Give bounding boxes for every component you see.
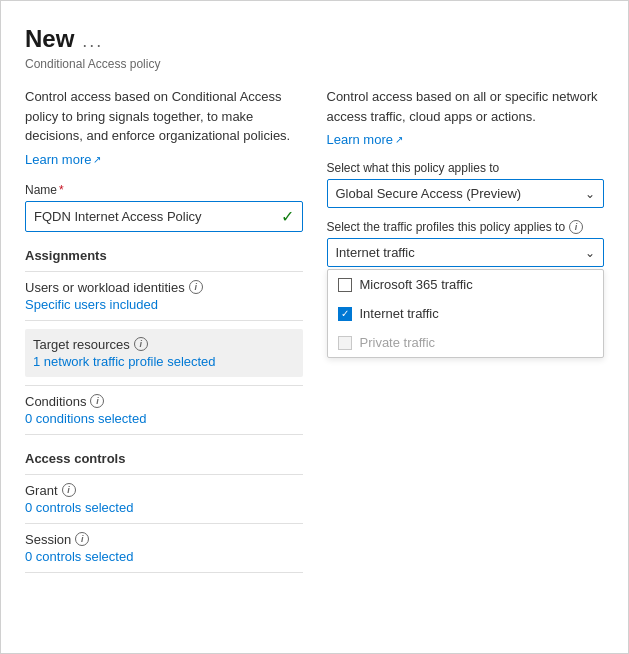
users-label-row: Users or workload identities i [25,280,303,295]
grant-section: Grant i 0 controls selected [25,483,303,515]
traffic-profiles-label: Select the traffic profiles this policy … [327,220,605,234]
grant-label-row: Grant i [25,483,303,498]
page-subtitle: Conditional Access policy [25,57,604,71]
access-controls-divider [25,434,303,435]
grant-value[interactable]: 0 controls selected [25,500,303,515]
target-info-icon[interactable]: i [134,337,148,351]
internet-label: Internet traffic [360,306,439,321]
traffic-option-private: Private traffic [328,328,604,357]
ms365-label: Microsoft 365 traffic [360,277,473,292]
private-checkbox [338,336,352,350]
internet-checkbox[interactable] [338,307,352,321]
conditions-info-icon[interactable]: i [90,394,104,408]
required-indicator: * [59,183,64,197]
session-divider [25,523,303,524]
traffic-option-internet[interactable]: Internet traffic [328,299,604,328]
left-learn-more-link[interactable]: Learn more ↗ [25,152,101,167]
left-column: Control access based on Conditional Acce… [25,87,303,629]
traffic-options-menu: Microsoft 365 traffic Internet traffic P… [327,269,605,358]
session-label-row: Session i [25,532,303,547]
assignments-label: Assignments [25,248,303,263]
private-label: Private traffic [360,335,436,350]
external-link-icon: ↗ [93,154,101,165]
ms365-checkbox[interactable] [338,278,352,292]
page-title: New [25,25,74,53]
users-info-icon[interactable]: i [189,280,203,294]
conditions-value[interactable]: 0 conditions selected [25,411,303,426]
traffic-chevron-icon: ⌄ [585,246,595,260]
traffic-info-icon[interactable]: i [569,220,583,234]
name-check-icon: ✓ [281,207,294,226]
traffic-value: Internet traffic [336,245,415,260]
conditional-access-panel: New ... Conditional Access policy Contro… [0,0,629,654]
assignments-divider [25,271,303,272]
users-value[interactable]: Specific users included [25,297,303,312]
access-controls-label: Access controls [25,451,303,466]
conditions-label-row: Conditions i [25,394,303,409]
name-input[interactable]: FQDN Internet Access Policy [34,209,281,224]
traffic-dropdown[interactable]: Internet traffic ⌄ [327,238,605,267]
name-input-container[interactable]: FQDN Internet Access Policy ✓ [25,201,303,232]
left-description: Control access based on Conditional Acce… [25,87,303,146]
applies-to-label: Select what this policy applies to [327,161,605,175]
session-info-icon[interactable]: i [75,532,89,546]
name-label: Name* [25,183,303,197]
right-external-link-icon: ↗ [395,134,403,145]
applies-to-value: Global Secure Access (Preview) [336,186,522,201]
right-description: Control access based on all or specific … [327,87,605,126]
bottom-divider [25,572,303,573]
conditions-section: Conditions i 0 conditions selected [25,394,303,426]
target-divider [25,320,303,321]
target-resources-section: Target resources i 1 network traffic pro… [25,329,303,377]
applies-to-dropdown[interactable]: Global Secure Access (Preview) ⌄ [327,179,605,208]
right-learn-more-link[interactable]: Learn more ↗ [327,132,403,147]
applies-to-chevron-icon: ⌄ [585,187,595,201]
grant-info-icon[interactable]: i [62,483,76,497]
session-value[interactable]: 0 controls selected [25,549,303,564]
traffic-option-ms365[interactable]: Microsoft 365 traffic [328,270,604,299]
target-value[interactable]: 1 network traffic profile selected [33,354,295,369]
session-section: Session i 0 controls selected [25,532,303,564]
users-section: Users or workload identities i Specific … [25,280,303,312]
conditions-divider [25,385,303,386]
grant-divider [25,474,303,475]
target-label-row: Target resources i [33,337,295,352]
header-ellipsis: ... [82,31,103,52]
right-column: Control access based on all or specific … [327,87,605,629]
